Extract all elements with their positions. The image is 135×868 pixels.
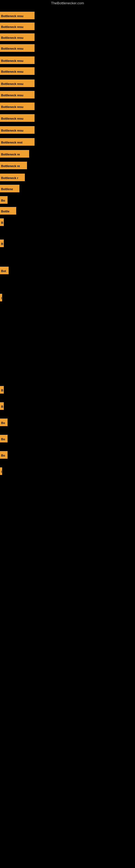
bar-label-2: Bottleneck resu bbox=[0, 33, 35, 41]
bar-item-14: Bottleneck r bbox=[0, 174, 25, 181]
bar-item-18: B bbox=[0, 218, 4, 226]
bar-item-20: Bot bbox=[0, 267, 9, 274]
bar-label-25: Bo bbox=[0, 435, 8, 442]
site-title: TheBottlenecker.com bbox=[0, 0, 135, 6]
bar-label-14: Bottleneck r bbox=[0, 174, 25, 181]
bar-item-13: Bottleneck re bbox=[0, 162, 27, 169]
bar-label-7: Bottleneck resu bbox=[0, 91, 35, 98]
bar-item-25: Bo bbox=[0, 435, 8, 442]
bar-label-23: B bbox=[0, 402, 4, 410]
bar-label-0: Bottleneck resu bbox=[0, 12, 35, 19]
bar-label-19: B bbox=[0, 240, 4, 247]
bar-item-10: Bottleneck resu bbox=[0, 126, 35, 134]
bar-label-15: Bottlene bbox=[0, 185, 19, 192]
bar-item-1: Bottleneck resu bbox=[0, 23, 35, 30]
bar-item-22: B bbox=[0, 386, 4, 394]
bar-item-9: Bottleneck resu bbox=[0, 114, 35, 122]
bar-item-12: Bottleneck re bbox=[0, 150, 29, 158]
bar-item-11: Bottleneck rest bbox=[0, 138, 35, 146]
bar-item-21: I bbox=[0, 294, 2, 301]
bar-item-5: Bottleneck resu bbox=[0, 67, 35, 75]
bar-item-7: Bottleneck resu bbox=[0, 91, 35, 98]
bar-label-26: Bo bbox=[0, 451, 8, 459]
bar-label-16: Bo bbox=[0, 196, 8, 204]
bar-item-24: Bo bbox=[0, 418, 8, 426]
bar-label-10: Bottleneck resu bbox=[0, 126, 35, 134]
bar-label-18: B bbox=[0, 218, 4, 226]
bar-item-19: B bbox=[0, 240, 4, 247]
bar-item-3: Bottleneck resu bbox=[0, 44, 35, 52]
bar-label-17: Bottle bbox=[0, 207, 16, 215]
bar-label-9: Bottleneck resu bbox=[0, 114, 35, 122]
bar-label-3: Bottleneck resu bbox=[0, 44, 35, 52]
bar-label-13: Bottleneck re bbox=[0, 162, 27, 169]
bar-item-23: B bbox=[0, 402, 4, 410]
bar-label-6: Bottleneck resu bbox=[0, 80, 35, 87]
bar-item-26: Bo bbox=[0, 451, 8, 459]
bar-label-4: Bottleneck resu bbox=[0, 56, 35, 64]
bar-label-5: Bottleneck resu bbox=[0, 67, 35, 75]
bar-label-1: Bottleneck resu bbox=[0, 23, 35, 30]
bar-label-27: I bbox=[0, 467, 2, 475]
bar-item-15: Bottlene bbox=[0, 185, 19, 192]
bar-item-27: I bbox=[0, 467, 2, 475]
bar-label-22: B bbox=[0, 386, 4, 394]
bar-label-20: Bot bbox=[0, 267, 9, 274]
bar-item-17: Bottle bbox=[0, 207, 16, 215]
bar-item-16: Bo bbox=[0, 196, 8, 204]
bar-label-24: Bo bbox=[0, 418, 8, 426]
bar-label-12: Bottleneck re bbox=[0, 150, 29, 158]
bar-item-8: Bottleneck resu bbox=[0, 102, 35, 110]
bar-item-4: Bottleneck resu bbox=[0, 56, 35, 64]
bar-item-0: Bottleneck resu bbox=[0, 12, 35, 19]
bar-item-2: Bottleneck resu bbox=[0, 33, 35, 41]
bar-label-11: Bottleneck rest bbox=[0, 138, 35, 146]
bar-label-8: Bottleneck resu bbox=[0, 102, 35, 110]
bar-label-21: I bbox=[0, 294, 2, 301]
bar-item-6: Bottleneck resu bbox=[0, 80, 35, 87]
